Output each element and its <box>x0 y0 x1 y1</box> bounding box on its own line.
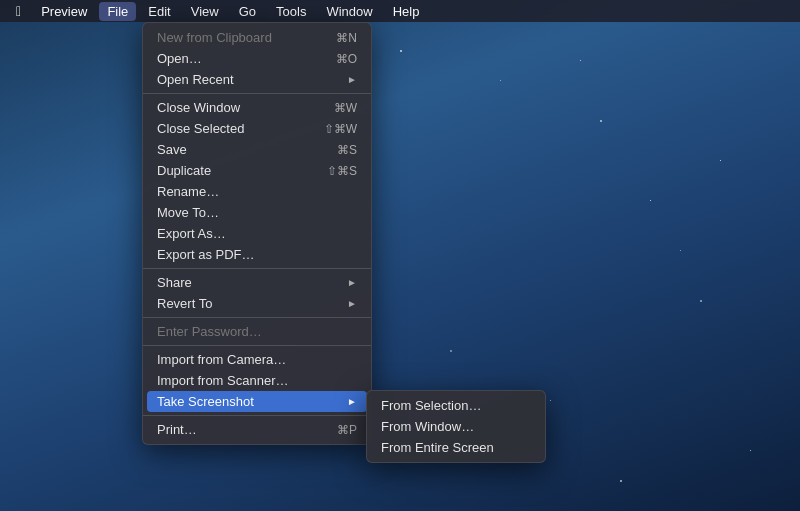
menubar-item-preview[interactable]: Preview <box>33 2 95 21</box>
separator-3 <box>143 317 371 318</box>
menu-item-from-entire-screen[interactable]: From Entire Screen <box>367 437 545 458</box>
menu-item-open-recent[interactable]: Open Recent ► <box>143 69 371 90</box>
menu-item-print[interactable]: Print… ⌘P <box>143 419 371 440</box>
menu-item-enter-password[interactable]: Enter Password… <box>143 321 371 342</box>
screenshot-submenu: From Selection… From Window… From Entire… <box>366 390 546 463</box>
separator-4 <box>143 345 371 346</box>
menubar-item-view[interactable]: View <box>183 2 227 21</box>
menu-item-export-as[interactable]: Export As… <box>143 223 371 244</box>
menu-item-open[interactable]: Open… ⌘O <box>143 48 371 69</box>
apple-menu[interactable]:  <box>8 3 29 19</box>
menu-item-rename[interactable]: Rename… <box>143 181 371 202</box>
menu-item-import-scanner[interactable]: Import from Scanner… <box>143 370 371 391</box>
menu-item-close-window[interactable]: Close Window ⌘W <box>143 97 371 118</box>
menu-item-save[interactable]: Save ⌘S <box>143 139 371 160</box>
menubar:  Preview File Edit View Go Tools Window… <box>0 0 800 22</box>
menu-item-new-clipboard[interactable]: New from Clipboard ⌘N <box>143 27 371 48</box>
separator-5 <box>143 415 371 416</box>
separator-1 <box>143 93 371 94</box>
menu-item-from-selection[interactable]: From Selection… <box>367 395 545 416</box>
menu-item-close-selected[interactable]: Close Selected ⇧⌘W <box>143 118 371 139</box>
menu-item-take-screenshot[interactable]: Take Screenshot ► <box>147 391 367 412</box>
menu-item-move-to[interactable]: Move To… <box>143 202 371 223</box>
menu-item-export-pdf[interactable]: Export as PDF… <box>143 244 371 265</box>
menubar-item-edit[interactable]: Edit <box>140 2 178 21</box>
menu-item-import-camera[interactable]: Import from Camera… <box>143 349 371 370</box>
menubar-item-help[interactable]: Help <box>385 2 428 21</box>
menubar-item-window[interactable]: Window <box>318 2 380 21</box>
menubar-item-file[interactable]: File <box>99 2 136 21</box>
menubar-left:  Preview File Edit View Go Tools Window… <box>8 2 427 21</box>
menu-item-from-window[interactable]: From Window… <box>367 416 545 437</box>
file-menu: New from Clipboard ⌘N Open… ⌘O Open Rece… <box>142 22 372 445</box>
menu-item-duplicate[interactable]: Duplicate ⇧⌘S <box>143 160 371 181</box>
menu-item-revert-to[interactable]: Revert To ► <box>143 293 371 314</box>
menubar-item-tools[interactable]: Tools <box>268 2 314 21</box>
separator-2 <box>143 268 371 269</box>
menu-item-share[interactable]: Share ► <box>143 272 371 293</box>
menubar-item-go[interactable]: Go <box>231 2 264 21</box>
